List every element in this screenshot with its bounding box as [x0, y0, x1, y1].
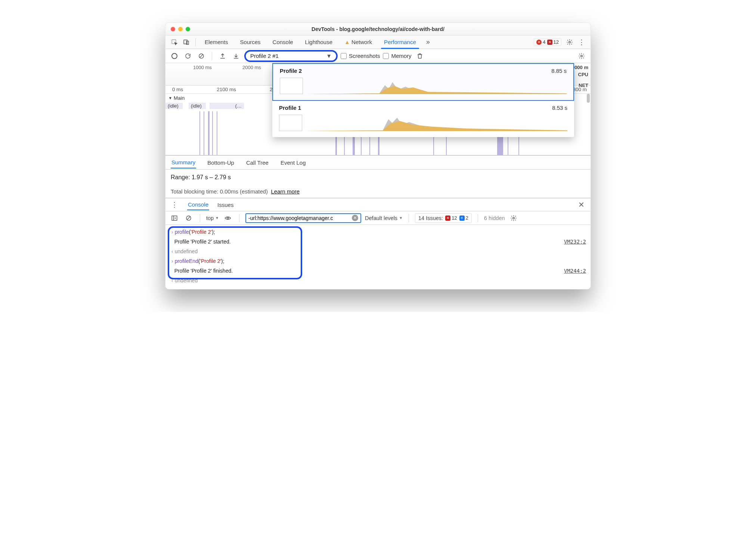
profile-select[interactable]: Profile 2 #1 ▼ [244, 50, 338, 62]
console-row[interactable]: ›profileEnd('Profile 2'); [170, 256, 586, 266]
chevron-down-icon: ▼ [326, 53, 332, 59]
flame-block[interactable]: (idle) [165, 103, 183, 109]
console-output[interactable]: ›profile('Profile 2'); Profile 'Profile … [165, 225, 591, 289]
hidden-count: 6 hidden [484, 215, 505, 221]
console-row[interactable]: Profile 'Profile 2' finished. VM244:2 [170, 266, 586, 276]
perf-toolbar: Profile 2 #1 ▼ Screenshots Memory Profil… [165, 49, 591, 63]
profile-option[interactable]: Profile 18.53 s [272, 101, 574, 137]
svg-point-3 [569, 41, 571, 43]
profile-flame-preview [304, 78, 567, 94]
learn-more-link[interactable]: Learn more [271, 188, 300, 195]
tab-label: Performance [384, 39, 416, 45]
info-icon: ≡ [459, 216, 465, 221]
tab-call-tree[interactable]: Call Tree [245, 157, 269, 168]
issues-summary[interactable]: 14 Issues: ✕12 ≡2 [415, 213, 472, 223]
record-button[interactable] [169, 51, 180, 61]
filter-text[interactable] [248, 215, 352, 221]
profile-thumbnail [280, 78, 303, 94]
drawer-tabs: ⋮ Console Issues ✕ [165, 198, 591, 211]
download-icon[interactable] [231, 51, 241, 61]
ruler-tick: 2100 ms [217, 87, 236, 92]
profile-option[interactable]: Profile 28.85 s [272, 63, 574, 101]
tab-label: Lighthouse [305, 39, 332, 45]
svg-point-12 [513, 217, 515, 219]
error-badge-group[interactable]: ✕4 ✕12 [534, 38, 561, 46]
device-toolbar-icon[interactable] [181, 37, 192, 47]
panel-tabs: Elements Sources Console Lighthouse ▲Net… [165, 35, 591, 49]
log-levels-selector[interactable]: Default levels▼ [365, 215, 403, 221]
svg-rect-1 [184, 40, 187, 44]
flame-block[interactable]: (… [210, 103, 244, 109]
scrollbar-thumb[interactable] [587, 94, 590, 103]
levels-label: Default levels [365, 215, 397, 221]
clear-button[interactable] [196, 51, 207, 61]
clear-console-icon[interactable] [183, 213, 194, 223]
vm-link[interactable]: VM232:2 [564, 237, 586, 247]
details-tabs: Summary Bottom-Up Call Tree Event Log [165, 155, 591, 170]
checkbox-label: Screenshots [349, 53, 380, 59]
reload-record-button[interactable] [183, 51, 193, 61]
memory-checkbox[interactable]: Memory [383, 53, 411, 59]
svg-point-6 [581, 55, 583, 57]
console-row[interactable]: ‹undefined [170, 247, 586, 256]
tab-event-log[interactable]: Event Log [280, 157, 307, 168]
ruler-tick: 0 ms [172, 87, 183, 92]
close-window-button[interactable] [171, 27, 175, 31]
issue-icon: ✕ [445, 216, 450, 221]
issue-red-count: 12 [452, 215, 457, 221]
settings-icon[interactable] [564, 37, 575, 47]
ruler-tick: 800 m [573, 87, 587, 92]
context-selector[interactable]: top▼ [206, 215, 219, 221]
tab-elements[interactable]: Elements [199, 35, 233, 49]
profile-name: Profile 2 [280, 68, 302, 74]
chevron-down-icon: ▼ [215, 216, 219, 220]
tab-sources[interactable]: Sources [235, 35, 266, 49]
tab-bottom-up[interactable]: Bottom-Up [207, 157, 235, 168]
clear-filter-icon[interactable]: ✕ [352, 215, 358, 221]
console-sidebar-toggle-icon[interactable] [169, 213, 180, 223]
console-row[interactable]: ‹undefined [170, 276, 586, 285]
flame-block[interactable]: (idle) [189, 103, 206, 109]
drawer-tab-console[interactable]: Console [187, 199, 209, 210]
tab-network[interactable]: ▲Network [339, 35, 377, 49]
console-settings-icon[interactable] [508, 213, 519, 223]
track-label: Main [174, 95, 185, 101]
delete-icon[interactable] [415, 51, 425, 61]
vm-link[interactable]: VM244:2 [564, 266, 586, 276]
titlebar: DevTools - blog.google/technology/ai/cod… [165, 23, 591, 35]
window-controls [171, 27, 190, 31]
tab-summary[interactable]: Summary [171, 157, 196, 168]
profile-select-label: Profile 2 #1 [250, 53, 279, 59]
more-tabs-button[interactable]: » [423, 37, 433, 47]
blocking-time-label: Total blocking time: 0.00ms (estimated) [171, 188, 268, 195]
tab-label: Network [351, 39, 372, 45]
screenshots-checkbox[interactable]: Screenshots [341, 53, 380, 59]
issue-blue-count: 2 [466, 215, 468, 221]
range-label: Range: 1.97 s – 2.79 s [171, 174, 585, 181]
maximize-window-button[interactable] [186, 27, 190, 31]
console-filter-input[interactable]: ✕ [245, 213, 361, 223]
console-row[interactable]: ›profile('Profile 2'); [170, 227, 586, 237]
timeline-tick: 1000 ms [193, 65, 212, 70]
drawer-tab-issues[interactable]: Issues [217, 200, 234, 210]
tab-lighthouse[interactable]: Lighthouse [300, 35, 338, 49]
timeline-tick: 2000 ms [242, 65, 261, 70]
checkbox-label: Memory [391, 53, 411, 59]
console-row[interactable]: Profile 'Profile 2' started. VM232:2 [170, 237, 586, 247]
issues-label: 14 Issues: [418, 215, 443, 221]
perf-settings-icon[interactable] [576, 51, 587, 61]
tab-console[interactable]: Console [267, 35, 298, 49]
kebab-icon[interactable]: ⋮ [576, 37, 587, 47]
inspect-icon[interactable] [169, 37, 180, 47]
svg-line-5 [200, 54, 203, 58]
profile-duration: 8.53 s [552, 105, 567, 111]
close-drawer-button[interactable]: ✕ [576, 200, 587, 209]
tab-performance[interactable]: Performance [379, 35, 421, 49]
live-expression-icon[interactable] [223, 213, 233, 223]
kebab-icon[interactable]: ⋮ [169, 199, 180, 210]
upload-icon[interactable] [217, 51, 228, 61]
profile-dropdown: Profile 28.85 s Profile 18.53 s [272, 63, 574, 137]
timeline-tick: 9000 m [572, 65, 588, 70]
cpu-label: CPU [572, 72, 588, 77]
minimize-window-button[interactable] [178, 27, 183, 31]
